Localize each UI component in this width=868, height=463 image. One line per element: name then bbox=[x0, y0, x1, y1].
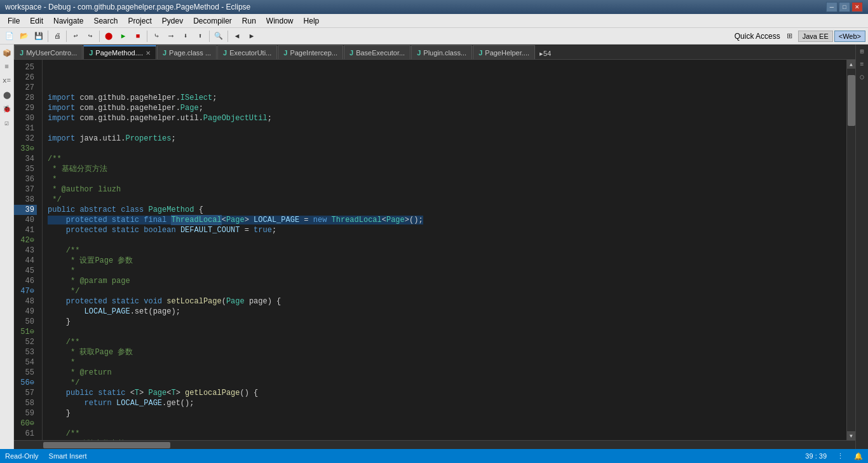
line-num-46: 46 bbox=[14, 276, 37, 286]
line-num-41: 41 bbox=[14, 225, 37, 235]
maximize-button[interactable]: □ bbox=[839, 2, 850, 12]
toolbar-sep-5 bbox=[209, 31, 210, 42]
tab-label: PageMethod.... bbox=[95, 49, 143, 57]
line-num-43: 43 bbox=[14, 245, 37, 256]
horizontal-scrollbar[interactable] bbox=[14, 440, 855, 449]
sidebar-debug[interactable]: 🐞 bbox=[1, 103, 13, 114]
line-num-61: 61 bbox=[14, 429, 37, 439]
perspective-java-ee[interactable]: Java EE bbox=[798, 31, 833, 42]
toolbar-search[interactable]: 🔍 bbox=[212, 29, 226, 43]
tab-label: ExecutorUti... bbox=[229, 49, 271, 57]
sidebar-tasks[interactable]: ☑ bbox=[1, 117, 13, 128]
menu-project[interactable]: Project bbox=[123, 15, 156, 27]
tab-pagemethod[interactable]: J PageMethod.... ✕ bbox=[83, 45, 156, 59]
toolbar-prev[interactable]: ◀ bbox=[230, 29, 244, 43]
h-scroll-thumb[interactable] bbox=[43, 442, 170, 448]
tab-baseexecutor[interactable]: J BaseExecutor... bbox=[344, 45, 410, 59]
menu-search[interactable]: Search bbox=[88, 15, 123, 27]
line-num-37: 37 bbox=[14, 184, 37, 195]
toolbar-redo[interactable]: ↪ bbox=[83, 29, 97, 43]
menu-run[interactable]: Run bbox=[237, 15, 261, 27]
toolbar-run[interactable]: ▶ bbox=[116, 29, 130, 43]
scroll-down-arrow[interactable]: ▼ bbox=[847, 431, 856, 440]
line-num-48: 48 bbox=[14, 296, 37, 307]
line-num-53: 53 bbox=[14, 347, 37, 357]
status-bar: Read-Only Smart Insert 39 : 39 ⋮ 🔔 bbox=[0, 449, 868, 463]
tab-icon: J bbox=[478, 49, 482, 57]
toolbar-step-out[interactable]: ⬆ bbox=[193, 29, 207, 43]
line-num-26: 26 bbox=[14, 73, 37, 83]
status-separator: ⋮ bbox=[837, 452, 844, 460]
tab-label: PageHelper.... bbox=[485, 49, 529, 57]
sidebar-outline[interactable]: ≡ bbox=[1, 61, 13, 73]
vertical-scrollbar[interactable]: ▲ ▼ bbox=[846, 60, 855, 440]
toolbar-new[interactable]: 📄 bbox=[3, 29, 17, 43]
line-num-34: 34 bbox=[14, 154, 37, 164]
line-num-35: 35 bbox=[14, 164, 37, 174]
toolbar-debug[interactable]: ⬤ bbox=[102, 29, 116, 43]
tab-close-pagemethod[interactable]: ✕ bbox=[146, 50, 151, 57]
toolbar-save[interactable]: 💾 bbox=[32, 29, 46, 43]
main-layout: 📦 ≡ x= ⬤ 🐞 ☑ J MyUserContro... J PageMet… bbox=[0, 45, 868, 449]
toolbar-sep-6 bbox=[227, 31, 228, 42]
toolbar-sep-4 bbox=[147, 31, 147, 42]
code-content[interactable]: import com.github.pagehelper.ISelect; im… bbox=[43, 60, 846, 440]
right-sidebar-icon-1[interactable]: ⊞ bbox=[860, 46, 864, 57]
sidebar-breakpoints[interactable]: ⬤ bbox=[1, 89, 13, 100]
tab-executorutil[interactable]: J ExecutorUti... bbox=[217, 45, 277, 59]
status-position: 39 : 39 bbox=[805, 452, 827, 460]
menu-edit[interactable]: Edit bbox=[25, 15, 48, 27]
sidebar-package-explorer[interactable]: 📦 bbox=[1, 47, 13, 59]
tab-pageintercep[interactable]: J PageIntercep... bbox=[278, 45, 343, 59]
toolbar-step-into[interactable]: ⬇ bbox=[179, 29, 193, 43]
line-num-29: 29 bbox=[14, 103, 37, 113]
toolbar-next[interactable]: ▶ bbox=[245, 29, 259, 43]
perspective-buttons: ⊞ Java EE <Web> bbox=[783, 29, 865, 43]
line-num-36: 36 bbox=[14, 174, 37, 184]
line-numbers: 25 26 27 28 29 30 31 32 33⊖ 34 35 36 37 … bbox=[14, 60, 43, 440]
quick-access-label[interactable]: Quick Access bbox=[735, 32, 780, 41]
minimize-button[interactable]: ─ bbox=[826, 2, 837, 12]
scroll-up-arrow[interactable]: ▲ bbox=[847, 60, 856, 69]
toolbar-undo[interactable]: ↩ bbox=[69, 29, 83, 43]
right-sidebar-icon-3[interactable]: ◯ bbox=[860, 71, 864, 83]
line-num-50: 50 bbox=[14, 317, 37, 327]
right-sidebar-icon-2[interactable]: ≡ bbox=[860, 59, 864, 70]
line-num-42: 42⊖ bbox=[14, 235, 37, 245]
line-num-39: 39 bbox=[14, 205, 37, 215]
tab-icon: J bbox=[283, 49, 287, 57]
menu-file[interactable]: File bbox=[3, 15, 25, 27]
editor-area: J MyUserContro... J PageMethod.... ✕ J P… bbox=[14, 45, 855, 449]
line-num-30: 30 bbox=[14, 113, 37, 123]
tab-icon: J bbox=[163, 49, 166, 57]
sidebar-variables[interactable]: x= bbox=[1, 75, 13, 86]
toolbar-skip[interactable]: ⤷ bbox=[149, 29, 163, 43]
menu-pydev[interactable]: Pydev bbox=[157, 15, 188, 27]
line-num-60: 60⊖ bbox=[14, 418, 37, 429]
tab-pagehelper[interactable]: J PageHelper.... bbox=[473, 45, 535, 59]
perspective-icon[interactable]: ⊞ bbox=[783, 29, 797, 43]
scroll-track[interactable] bbox=[847, 69, 856, 431]
toolbar-stop[interactable]: ■ bbox=[131, 29, 145, 43]
line-num-58: 58 bbox=[14, 398, 37, 408]
line-num-47: 47⊖ bbox=[14, 286, 37, 296]
toolbar-print[interactable]: 🖨 bbox=[50, 29, 64, 43]
menu-decompiler[interactable]: Decompiler bbox=[188, 15, 237, 27]
tab-label: PageIntercep... bbox=[290, 49, 337, 57]
scroll-thumb[interactable] bbox=[848, 75, 855, 126]
tab-overflow[interactable]: ▸54 bbox=[536, 48, 555, 59]
tab-pageclass[interactable]: J Page.class ... bbox=[157, 45, 217, 59]
tab-pluginclass[interactable]: J Plugin.class... bbox=[411, 45, 472, 59]
menu-help[interactable]: Help bbox=[299, 15, 325, 27]
toolbar-step-over[interactable]: ⟶ bbox=[164, 29, 178, 43]
perspective-web[interactable]: <Web> bbox=[834, 31, 865, 42]
line-num-57: 57 bbox=[14, 388, 37, 398]
toolbar-open[interactable]: 📂 bbox=[17, 29, 31, 43]
close-button[interactable]: ✕ bbox=[851, 2, 863, 12]
line-num-54: 54 bbox=[14, 357, 37, 368]
tab-icon: J bbox=[417, 49, 421, 57]
tab-myusercontro[interactable]: J MyUserContro... bbox=[14, 45, 83, 59]
line-num-32: 32 bbox=[14, 134, 37, 144]
menu-window[interactable]: Window bbox=[261, 15, 299, 27]
menu-navigate[interactable]: Navigate bbox=[48, 15, 88, 27]
